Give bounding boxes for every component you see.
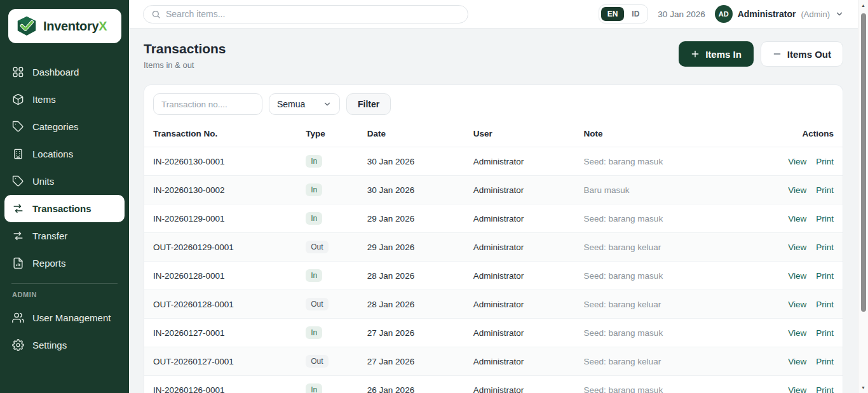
print-link[interactable]: Print xyxy=(816,157,834,166)
chevron-down-icon xyxy=(323,100,332,109)
column-header-user: User xyxy=(473,128,584,147)
cube-check-icon xyxy=(15,14,39,38)
transaction-no: OUT-20260127-0001 xyxy=(144,347,306,376)
transaction-date: 30 Jan 2026 xyxy=(367,147,473,176)
brand-logo[interactable]: InventoryX xyxy=(8,9,121,43)
transaction-no: OUT-20260128-0001 xyxy=(144,290,306,319)
transaction-user: Administrator xyxy=(473,176,584,204)
sidebar-item-items[interactable]: Items xyxy=(4,86,125,113)
print-link[interactable]: Print xyxy=(816,300,834,309)
sidebar: InventoryX Dashboard Items Categories Lo… xyxy=(0,0,129,393)
transaction-no: IN-20260129-0001 xyxy=(144,204,306,233)
items-in-button[interactable]: Items In xyxy=(679,41,754,67)
transaction-no: IN-20260130-0001 xyxy=(144,147,306,176)
view-link[interactable]: View xyxy=(788,185,806,195)
print-link[interactable]: Print xyxy=(816,271,834,281)
view-link[interactable]: View xyxy=(788,157,806,166)
scrollbar-thumb[interactable] xyxy=(861,13,866,312)
sidebar-nav: Dashboard Items Categories Locations Uni… xyxy=(0,58,129,359)
type-badge: In xyxy=(306,155,322,168)
sidebar-item-label: Locations xyxy=(32,149,73,159)
user-menu[interactable]: AD Administrator (Admin) xyxy=(715,5,844,23)
page-title: Transactions xyxy=(144,41,226,57)
building-icon xyxy=(12,148,24,160)
transaction-user: Administrator xyxy=(473,319,584,347)
minus-icon xyxy=(773,50,782,58)
sidebar-item-label: User Management xyxy=(32,312,111,323)
type-badge: Out xyxy=(306,355,328,368)
transaction-note: Seed: barang masuk xyxy=(584,376,789,393)
sidebar-item-categories[interactable]: Categories xyxy=(4,113,125,140)
view-link[interactable]: View xyxy=(788,357,806,366)
view-link[interactable]: View xyxy=(788,328,806,338)
grid-icon xyxy=(12,66,24,78)
lang-en-button[interactable]: EN xyxy=(601,7,625,21)
page-header: Transactions Items in & out Items In Ite… xyxy=(144,41,843,70)
sidebar-item-locations[interactable]: Locations xyxy=(4,140,125,168)
lang-id-button[interactable]: ID xyxy=(625,7,646,21)
type-select-value: Semua xyxy=(277,99,305,109)
print-link[interactable]: Print xyxy=(816,214,834,223)
view-link[interactable]: View xyxy=(788,243,806,252)
transaction-no: IN-20260127-0001 xyxy=(144,319,306,347)
print-link[interactable]: Print xyxy=(816,243,834,252)
transaction-no: OUT-20260129-0001 xyxy=(144,233,306,262)
transaction-no: IN-20260126-0001 xyxy=(144,376,306,393)
type-badge: In xyxy=(306,269,322,282)
gear-icon xyxy=(12,339,24,351)
type-badge: In xyxy=(306,212,322,225)
sidebar-item-user-management[interactable]: User Management xyxy=(4,304,125,331)
sidebar-item-transfer[interactable]: Transfer xyxy=(4,222,125,250)
transfer-arrows-icon xyxy=(12,203,24,215)
sidebar-item-label: Reports xyxy=(32,258,66,269)
type-select[interactable]: Semua xyxy=(269,93,340,115)
transaction-date: 27 Jan 2026 xyxy=(367,347,473,376)
table-row: OUT-20260129-0001 Out 29 Jan 2026 Admini… xyxy=(144,233,843,262)
transaction-note: Seed: barang masuk xyxy=(584,262,789,290)
table-header-row: Transaction No. Type Date User Note Acti… xyxy=(144,128,843,147)
sidebar-item-label: Categories xyxy=(32,121,79,132)
view-link[interactable]: View xyxy=(788,214,806,223)
print-link[interactable]: Print xyxy=(816,185,834,195)
print-link[interactable]: Print xyxy=(816,385,834,393)
filter-button[interactable]: Filter xyxy=(346,93,391,115)
sidebar-item-reports[interactable]: Reports xyxy=(4,250,125,277)
plus-icon xyxy=(691,50,700,58)
column-header-type: Type xyxy=(306,128,367,147)
cube-icon xyxy=(12,93,24,105)
transaction-date: 26 Jan 2026 xyxy=(367,376,473,393)
transaction-no-input[interactable] xyxy=(153,93,262,115)
table-row: IN-20260127-0001 In 27 Jan 2026 Administ… xyxy=(144,319,843,347)
transaction-note: Seed: barang keluar xyxy=(584,290,789,319)
sidebar-item-transactions[interactable]: Transactions xyxy=(4,195,125,222)
page-subtitle: Items in & out xyxy=(144,60,226,70)
tag-icon xyxy=(12,121,24,133)
filter-row: Semua Filter xyxy=(144,85,843,115)
items-out-button[interactable]: Items Out xyxy=(761,41,843,67)
print-link[interactable]: Print xyxy=(816,357,834,366)
sidebar-item-settings[interactable]: Settings xyxy=(4,331,125,359)
sidebar-item-label: Dashboard xyxy=(32,67,79,77)
content: Transactions Items in & out Items In Ite… xyxy=(129,29,858,393)
column-header-transaction-no: Transaction No. xyxy=(144,128,306,147)
view-link[interactable]: View xyxy=(788,271,806,281)
scroll-down-arrow[interactable]: ▼ xyxy=(858,385,868,390)
print-link[interactable]: Print xyxy=(816,328,834,338)
language-toggle: EN ID xyxy=(599,4,649,23)
column-header-note: Note xyxy=(584,128,789,147)
transaction-user: Administrator xyxy=(473,347,584,376)
scroll-up-arrow[interactable]: ▲ xyxy=(858,3,868,8)
table-row: IN-20260130-0002 In 30 Jan 2026 Administ… xyxy=(144,176,843,204)
view-link[interactable]: View xyxy=(788,300,806,309)
view-link[interactable]: View xyxy=(788,385,806,393)
transactions-table: Transaction No. Type Date User Note Acti… xyxy=(144,128,843,393)
search-input[interactable] xyxy=(166,9,460,19)
transaction-date: 28 Jan 2026 xyxy=(367,262,473,290)
sidebar-item-dashboard[interactable]: Dashboard xyxy=(4,58,125,86)
sidebar-item-units[interactable]: Units xyxy=(4,168,125,195)
transaction-note: Baru masuk xyxy=(584,176,789,204)
table-row: IN-20260130-0001 In 30 Jan 2026 Administ… xyxy=(144,147,843,176)
transaction-note: Seed: barang masuk xyxy=(584,204,789,233)
transactions-card: Semua Filter Transaction No. Type Date U… xyxy=(144,84,843,393)
transaction-user: Administrator xyxy=(473,147,584,176)
